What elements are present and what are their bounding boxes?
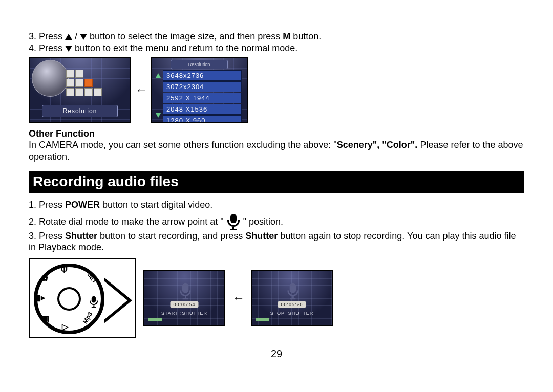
recording-instruction: START :SHUTTER (144, 311, 224, 316)
text-bold: Scenery", "Color". (337, 140, 418, 150)
microphone-icon (287, 283, 299, 299)
text: " position. (243, 216, 283, 226)
rec-step-2: 2. Rotate dial mode to make the arrow po… (29, 214, 524, 230)
text: 2. Rotate dial mode to make the arrow po… (29, 216, 224, 226)
page-number: 29 (29, 348, 524, 360)
scroll-up-icon (156, 73, 161, 78)
resolution-label: Resolution (42, 105, 118, 117)
dial-pointer-icon (104, 277, 132, 323)
rec-step-1: 1. Press POWER button to start digital v… (29, 199, 524, 211)
battery-icon (148, 318, 162, 321)
globe-icon (32, 60, 69, 97)
text: 1. Press (29, 200, 65, 210)
resolution-option: 3648x2736 (163, 70, 242, 81)
section-recording-audio-files: Recording audio files (29, 171, 524, 193)
resolution-screenshots: Resolution ← Resolution 3648x2736 3072x2… (29, 57, 524, 123)
mode-dial-illustration: SET ✿ ▮▸ ▣ ▷ Mp3 Ψ (29, 258, 136, 338)
other-function-heading: Other Function (29, 128, 524, 139)
resolution-option: 2592 X 1944 (163, 93, 242, 103)
text: In CAMERA mode, you can set some others … (29, 140, 337, 150)
audio-recording-illustration: SET ✿ ▮▸ ▣ ▷ Mp3 Ψ 00:05:54 START :SHUTT… (29, 258, 524, 338)
power-button-label: POWER (65, 200, 100, 210)
recording-time: 00:05:54 (170, 301, 198, 308)
text: button to start digital video. (100, 200, 212, 210)
stop-recording-screenshot: 00:05:20 STOP :SHUTTER (251, 270, 333, 326)
start-recording-screenshot: 00:05:54 START :SHUTTER (143, 270, 225, 326)
step-4: 4. Press button to exit the menu and ret… (29, 42, 524, 54)
resolution-list-screenshot: Resolution 3648x2736 3072x2304 2592 X 19… (151, 57, 248, 123)
recording-instruction: STOP :SHUTTER (252, 311, 332, 316)
left-arrow-icon: ← (232, 291, 244, 305)
text: 3. Press (29, 231, 65, 241)
shutter-button-label: Shutter (65, 231, 97, 241)
microphone-icon (180, 283, 191, 299)
dial-set-label: SET (86, 271, 98, 285)
resolution-list-header: Resolution (171, 60, 228, 69)
play-icon: ▷ (62, 322, 68, 332)
recording-time: 00:05:20 (278, 301, 306, 308)
up-triangle-icon (65, 34, 72, 40)
resolution-option: 3072x2304 (163, 81, 242, 92)
video-icon: ▮▸ (36, 293, 45, 302)
resolution-option: 2048 X1536 (163, 104, 242, 115)
left-arrow-icon: ← (135, 83, 146, 97)
sd-card-icon: ▣ (41, 314, 49, 323)
text: button. (293, 31, 321, 41)
text: 3. Press (29, 31, 65, 41)
shutter-button-label: Shutter (245, 231, 278, 241)
down-triangle-icon (65, 46, 72, 52)
text: button to exit the menu and return to th… (75, 43, 297, 53)
resolution-option: 1280 X 960 (163, 115, 242, 123)
resolution-tiles-icon (66, 69, 102, 97)
text: button to start recording, and press (97, 231, 245, 241)
battery-icon (256, 318, 269, 321)
other-function-text: In CAMERA mode, you can set some others … (29, 139, 524, 162)
down-triangle-icon (80, 34, 87, 40)
microphone-icon (227, 214, 240, 230)
text: button to select the image size, and the… (90, 31, 283, 41)
text: 4. Press (29, 43, 62, 53)
dial-mp3-label: Mp3 (81, 311, 94, 325)
microphone-icon (87, 294, 101, 310)
flower-icon: ✿ (41, 273, 48, 283)
usb-icon: Ψ (61, 266, 68, 275)
rec-step-3: 3. Press Shutter button to start recordi… (29, 230, 524, 253)
scroll-down-icon (156, 113, 161, 118)
manual-page: 3. Press / button to select the image si… (0, 0, 553, 360)
m-button-label: M (283, 31, 290, 41)
step-3: 3. Press / button to select the image si… (29, 31, 524, 42)
camera-resolution-menu-screenshot: Resolution (29, 57, 131, 123)
